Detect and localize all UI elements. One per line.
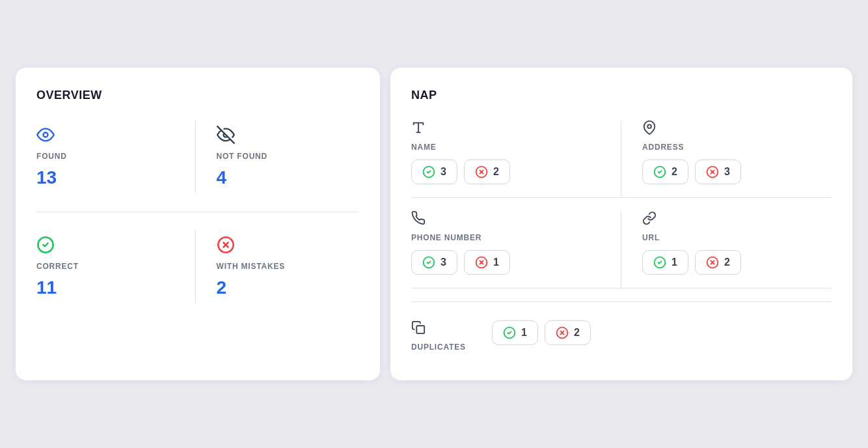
- address-badges: 2 3: [642, 160, 832, 184]
- svg-point-12: [647, 124, 651, 128]
- phone-correct-badge[interactable]: 3: [411, 250, 457, 275]
- overview-divider: [36, 212, 359, 212]
- url-correct-count: 1: [671, 257, 677, 268]
- correct-value: 11: [36, 277, 180, 298]
- not-found-stat: NOT FOUND 4: [196, 120, 360, 193]
- svg-point-0: [44, 133, 48, 137]
- mistakes-icon: [217, 236, 360, 257]
- address-correct-count: 2: [671, 166, 677, 178]
- overview-title: OVERVIEW: [36, 89, 359, 102]
- address-label: ADDRESS: [642, 143, 832, 152]
- found-icon: [36, 126, 180, 147]
- name-incorrect-count: 2: [493, 166, 499, 178]
- nap-middle-grid: PHONE NUMBER 3: [411, 211, 832, 301]
- nap-url-section: URL 1 2: [621, 211, 832, 288]
- nap-address-section: ADDRESS 2: [621, 120, 832, 198]
- name-badges: 3 2: [411, 160, 600, 184]
- duplicates-correct-count: 1: [521, 327, 527, 339]
- duplicates-info: DUPLICATES: [411, 320, 476, 359]
- url-badges: 1 2: [642, 250, 832, 275]
- url-correct-badge[interactable]: 1: [642, 250, 688, 275]
- correct-icon: [36, 236, 180, 257]
- nap-title: NAP: [411, 89, 832, 102]
- found-stat: FOUND 13: [36, 120, 196, 193]
- url-incorrect-count: 2: [724, 257, 730, 268]
- duplicates-row: DUPLICATES 1: [411, 315, 832, 359]
- correct-stat: CORRECT 11: [36, 231, 196, 303]
- found-value: 13: [36, 167, 180, 188]
- overview-card: OVERVIEW FOUND 13: [16, 68, 380, 380]
- address-incorrect-count: 3: [724, 166, 730, 178]
- phone-incorrect-badge[interactable]: 1: [464, 250, 510, 275]
- nap-card: NAP NAME: [390, 68, 852, 380]
- address-correct-badge[interactable]: 2: [642, 160, 688, 184]
- name-label: NAME: [411, 143, 600, 152]
- mistakes-value: 2: [217, 277, 360, 298]
- name-incorrect-badge[interactable]: 2: [464, 160, 510, 184]
- correct-stats-row: CORRECT 11 WITH MISTAKES 2: [36, 231, 359, 303]
- svg-rect-25: [416, 326, 424, 333]
- not-found-value: 4: [217, 167, 360, 188]
- url-icon: [642, 211, 832, 229]
- duplicates-icon: [411, 320, 476, 339]
- url-incorrect-badge[interactable]: 2: [695, 250, 741, 275]
- mistakes-label: WITH MISTAKES: [217, 262, 360, 271]
- nap-phone-section: PHONE NUMBER 3: [411, 211, 621, 288]
- phone-badges: 3 1: [411, 250, 600, 275]
- duplicates-correct-badge[interactable]: 1: [492, 320, 538, 345]
- found-stats-row: FOUND 13 NOT FOUND 4: [36, 120, 359, 193]
- address-icon: [642, 120, 832, 139]
- address-incorrect-badge[interactable]: 3: [695, 160, 741, 184]
- phone-label: PHONE NUMBER: [411, 233, 600, 242]
- phone-correct-count: 3: [441, 257, 446, 268]
- nap-name-section: NAME 3: [411, 120, 621, 198]
- nap-duplicates-section: DUPLICATES 1: [411, 301, 832, 359]
- phone-icon: [411, 211, 600, 229]
- found-label: FOUND: [36, 152, 180, 161]
- duplicates-badges: 1 2: [492, 320, 591, 345]
- name-icon: [411, 120, 600, 139]
- not-found-label: NOT FOUND: [217, 152, 360, 161]
- name-correct-badge[interactable]: 3: [411, 160, 457, 184]
- duplicates-label: DUPLICATES: [411, 343, 476, 352]
- duplicates-incorrect-badge[interactable]: 2: [545, 320, 591, 345]
- url-label: URL: [642, 233, 832, 242]
- name-correct-count: 3: [441, 166, 446, 178]
- mistakes-stat: WITH MISTAKES 2: [196, 231, 360, 303]
- phone-incorrect-count: 1: [493, 257, 499, 268]
- nap-top-grid: NAME 3: [411, 120, 832, 211]
- correct-label: CORRECT: [36, 262, 180, 271]
- duplicates-incorrect-count: 2: [574, 327, 580, 339]
- not-found-icon: [217, 126, 360, 147]
